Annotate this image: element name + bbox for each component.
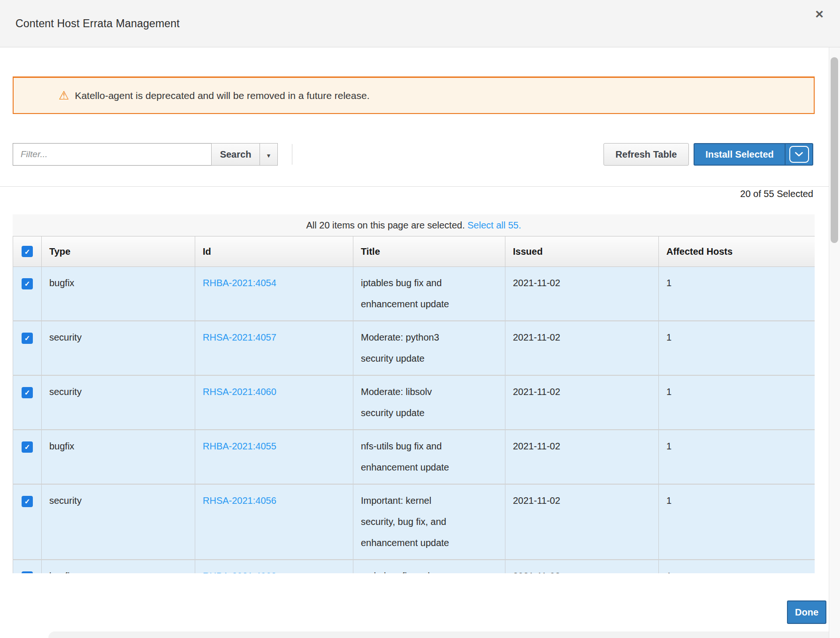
cell-affected-hosts: 1 <box>659 321 815 375</box>
check-icon: ✓ <box>24 498 31 505</box>
cell-affected-hosts: 1 <box>659 430 815 484</box>
column-header-affected-hosts: Affected Hosts <box>659 236 815 267</box>
check-icon: ✓ <box>24 248 31 255</box>
cell-type: bugfix <box>42 430 195 484</box>
cell-issued: 2021-11-02 <box>505 321 659 375</box>
erratum-title: nfs-utils bug fix and enhancement update <box>361 436 462 478</box>
row-checkbox[interactable]: ✓ <box>22 278 33 289</box>
row-select-cell: ✓ <box>13 560 42 573</box>
select-all-link[interactable]: Select all 55. <box>467 220 521 230</box>
install-dropdown-button[interactable] <box>785 144 812 165</box>
toolbar-divider <box>292 144 292 165</box>
select-all-checkbox[interactable]: ✓ <box>22 246 33 257</box>
erratum-title: Moderate: libsolv security update <box>361 381 462 424</box>
cell-title: sudo bug fix and enhancement update <box>353 560 505 573</box>
deprecation-warning-alert: ⚠ Katello-agent is deprecated and will b… <box>13 76 815 114</box>
row-checkbox[interactable]: ✓ <box>22 571 33 574</box>
cell-id: RHBA-2021:4055 <box>195 430 353 484</box>
toolbar: Search ▼ Refresh Table Install Selected <box>0 143 840 166</box>
table-row: ✓ bugfix RHBA-2021:4062 sudo bug fix and… <box>13 560 815 573</box>
scrollbar-thumb[interactable] <box>831 57 838 243</box>
cell-title: nfs-utils bug fix and enhancement update <box>353 430 505 484</box>
cell-affected-hosts: 1 <box>659 267 815 321</box>
cell-id: RHBA-2021:4062 <box>195 560 353 573</box>
select-all-banner-text: All 20 items on this page are selected. <box>306 220 465 230</box>
cell-title: iptables bug fix and enhancement update <box>353 267 505 321</box>
erratum-id-link[interactable]: RHSA-2021:4057 <box>203 332 276 342</box>
warning-triangle-icon: ⚠ <box>59 90 69 101</box>
check-icon: ✓ <box>24 443 31 450</box>
table-row: ✓ security RHSA-2021:4056 Important: ker… <box>13 484 815 560</box>
erratum-title: Important: kernel security, bug fix, and… <box>361 490 462 554</box>
erratum-id-link[interactable]: RHBA-2021:4062 <box>203 571 276 573</box>
row-checkbox[interactable]: ✓ <box>22 496 33 507</box>
page-title: Content Host Errata Management <box>15 17 180 30</box>
check-icon: ✓ <box>24 389 31 396</box>
cell-id: RHSA-2021:4056 <box>195 484 353 560</box>
row-select-cell: ✓ <box>13 267 42 321</box>
filter-input[interactable] <box>13 143 212 166</box>
erratum-id-link[interactable]: RHSA-2021:4060 <box>203 387 276 397</box>
erratum-title: Moderate: python3 security update <box>361 327 462 369</box>
search-button[interactable]: Search <box>211 143 260 166</box>
erratum-title: sudo bug fix and enhancement update <box>361 566 462 573</box>
cell-affected-hosts: 1 <box>659 560 815 573</box>
erratum-title: iptables bug fix and enhancement update <box>361 273 462 315</box>
cell-id: RHBA-2021:4054 <box>195 267 353 321</box>
caret-down-icon: ▼ <box>266 152 272 159</box>
table-row: ✓ security RHSA-2021:4060 Moderate: libs… <box>13 375 815 430</box>
cell-type: security <box>42 375 195 430</box>
cell-id: RHSA-2021:4057 <box>195 321 353 375</box>
row-checkbox[interactable]: ✓ <box>22 387 33 398</box>
install-selected-split-button: Install Selected <box>694 143 813 166</box>
table-row: ✓ security RHSA-2021:4057 Moderate: pyth… <box>13 321 815 375</box>
errata-table: ✓ Type Id Title Issued Affected Hosts ✓ … <box>13 236 815 573</box>
row-checkbox[interactable]: ✓ <box>22 441 33 453</box>
column-header-type: Type <box>42 236 195 267</box>
install-selected-button[interactable]: Install Selected <box>695 144 785 165</box>
cell-title: Important: kernel security, bug fix, and… <box>353 484 505 560</box>
table-header-row: ✓ Type Id Title Issued Affected Hosts <box>13 236 815 267</box>
row-select-cell: ✓ <box>13 375 42 430</box>
cell-issued: 2021-11-02 <box>505 484 659 560</box>
select-all-banner: All 20 items on this page are selected. … <box>13 214 815 236</box>
row-select-cell: ✓ <box>13 430 42 484</box>
errata-management-modal: Content Host Errata Management × ⚠ Katel… <box>0 0 840 638</box>
search-dropdown-button[interactable]: ▼ <box>260 143 278 166</box>
cell-type: bugfix <box>42 560 195 573</box>
select-all-cell: ✓ <box>13 236 42 267</box>
alert-message: Katello-agent is deprecated and will be … <box>75 90 369 101</box>
close-icon[interactable]: × <box>810 5 829 23</box>
column-header-title: Title <box>353 236 505 267</box>
cell-affected-hosts: 1 <box>659 375 815 430</box>
cell-id: RHSA-2021:4060 <box>195 375 353 430</box>
table-viewport[interactable]: All 20 items on this page are selected. … <box>13 214 815 573</box>
cell-affected-hosts: 1 <box>659 484 815 560</box>
cell-title: Moderate: python3 security update <box>353 321 505 375</box>
check-icon: ✓ <box>24 280 31 287</box>
erratum-id-link[interactable]: RHBA-2021:4054 <box>203 278 276 288</box>
done-button[interactable]: Done <box>787 600 826 624</box>
column-header-issued: Issued <box>505 236 659 267</box>
table-row: ✓ bugfix RHBA-2021:4055 nfs-utils bug fi… <box>13 430 815 484</box>
cell-type: bugfix <box>42 267 195 321</box>
erratum-id-link[interactable]: RHBA-2021:4055 <box>203 441 276 451</box>
table-row: ✓ bugfix RHBA-2021:4054 iptables bug fix… <box>13 267 815 321</box>
cell-issued: 2021-11-02 <box>505 430 659 484</box>
column-header-id: Id <box>195 236 353 267</box>
selected-count: 20 of 55 Selected <box>740 189 813 199</box>
row-checkbox[interactable]: ✓ <box>22 333 33 344</box>
focus-ring <box>789 146 809 163</box>
page-bottom-edge <box>48 631 840 638</box>
cell-type: security <box>42 484 195 560</box>
chevron-down-icon <box>795 152 803 157</box>
cell-issued: 2021-11-02 <box>505 267 659 321</box>
erratum-id-link[interactable]: RHSA-2021:4056 <box>203 495 276 506</box>
row-select-cell: ✓ <box>13 321 42 375</box>
cell-type: security <box>42 321 195 375</box>
cell-issued: 2021-11-02 <box>505 375 659 430</box>
toolbar-bottom-divider <box>0 186 829 187</box>
refresh-table-button[interactable]: Refresh Table <box>603 143 689 166</box>
cell-title: Moderate: libsolv security update <box>353 375 505 430</box>
cell-issued: 2021-11-02 <box>505 560 659 573</box>
